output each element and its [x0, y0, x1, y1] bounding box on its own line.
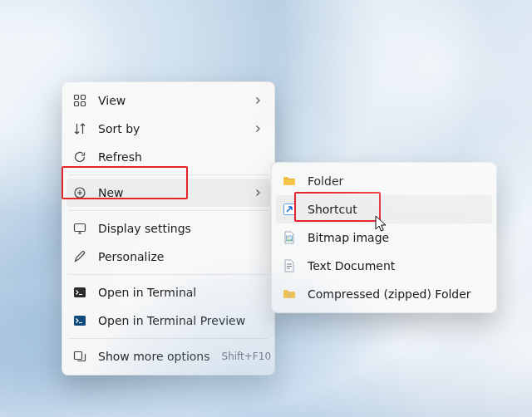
view-icon [73, 94, 86, 107]
submenu-item-label: Bitmap image [308, 231, 484, 244]
svg-rect-0 [75, 96, 79, 100]
menu-item-open-terminal[interactable]: Open in Terminal [66, 278, 270, 307]
chevron-right-icon [254, 125, 262, 133]
svg-rect-6 [74, 287, 86, 297]
sort-icon [73, 122, 86, 135]
folder-icon [283, 174, 296, 188]
menu-item-label: Sort by [98, 122, 242, 135]
annotation-highlight-shortcut [294, 192, 381, 222]
more-options-icon [73, 350, 86, 363]
shortcut-icon [283, 203, 296, 216]
terminal-icon [73, 286, 86, 299]
chevron-right-icon [254, 189, 262, 197]
menu-item-label: Refresh [98, 150, 262, 164]
zip-folder-icon [283, 287, 296, 301]
svg-rect-12 [288, 292, 290, 298]
menu-separator [68, 274, 268, 275]
display-icon [73, 222, 86, 235]
submenu-item-label: Shortcut [308, 203, 484, 216]
menu-separator [68, 210, 268, 211]
submenu-item-label: Text Document [308, 259, 484, 272]
chevron-right-icon [254, 96, 262, 105]
terminal-preview-icon [73, 314, 86, 327]
menu-separator [68, 174, 268, 175]
menu-item-label: Open in Terminal Preview [98, 314, 262, 327]
svg-rect-1 [81, 96, 86, 100]
menu-item-label: Show more options [98, 350, 210, 363]
svg-rect-10 [287, 236, 293, 241]
svg-rect-5 [75, 224, 86, 232]
svg-rect-7 [74, 316, 86, 326]
submenu-item-shortcut[interactable]: Shortcut [276, 195, 492, 223]
text-document-icon [283, 259, 296, 272]
annotation-highlight-new [62, 166, 188, 199]
new-submenu: Folder Shortcut Bitmap image Text Docume… [271, 162, 497, 313]
svg-rect-8 [75, 352, 82, 360]
desktop-context-menu: View Sort by Refresh [62, 81, 275, 375]
menu-item-show-more-options[interactable]: Show more options Shift+F10 [66, 342, 270, 370]
menu-item-label: View [98, 94, 242, 107]
refresh-icon [73, 150, 86, 164]
personalize-icon [73, 250, 86, 263]
menu-item-display-settings[interactable]: Display settings [66, 214, 270, 243]
svg-rect-3 [81, 102, 86, 106]
submenu-item-label: Compressed (zipped) Folder [308, 287, 484, 301]
submenu-item-label: Folder [308, 174, 484, 188]
menu-item-personalize[interactable]: Personalize [66, 243, 270, 271]
bitmap-icon [283, 231, 296, 244]
menu-item-view[interactable]: View [66, 86, 270, 115]
menu-item-sort-by[interactable]: Sort by [66, 115, 270, 143]
menu-item-label: New [98, 186, 242, 199]
submenu-item-text-document[interactable]: Text Document [276, 252, 492, 280]
menu-item-open-terminal-preview[interactable]: Open in Terminal Preview [66, 307, 270, 335]
menu-item-label: Personalize [98, 250, 262, 263]
submenu-item-folder[interactable]: Folder [276, 167, 492, 195]
menu-item-accelerator: Shift+F10 [222, 351, 272, 362]
menu-item-label: Display settings [98, 222, 262, 235]
submenu-item-compressed-folder[interactable]: Compressed (zipped) Folder [276, 280, 492, 308]
menu-item-label: Open in Terminal [98, 286, 262, 299]
svg-point-11 [288, 237, 289, 238]
menu-item-refresh[interactable]: Refresh [66, 143, 270, 171]
new-icon [73, 186, 86, 199]
svg-rect-9 [284, 204, 295, 215]
svg-rect-2 [75, 102, 79, 106]
menu-separator [68, 338, 268, 339]
svg-point-4 [75, 188, 85, 198]
desktop-background[interactable]: View Sort by Refresh [0, 0, 532, 417]
menu-item-new[interactable]: New [66, 179, 270, 207]
submenu-item-bitmap-image[interactable]: Bitmap image [276, 223, 492, 252]
mouse-cursor-icon [375, 215, 388, 233]
